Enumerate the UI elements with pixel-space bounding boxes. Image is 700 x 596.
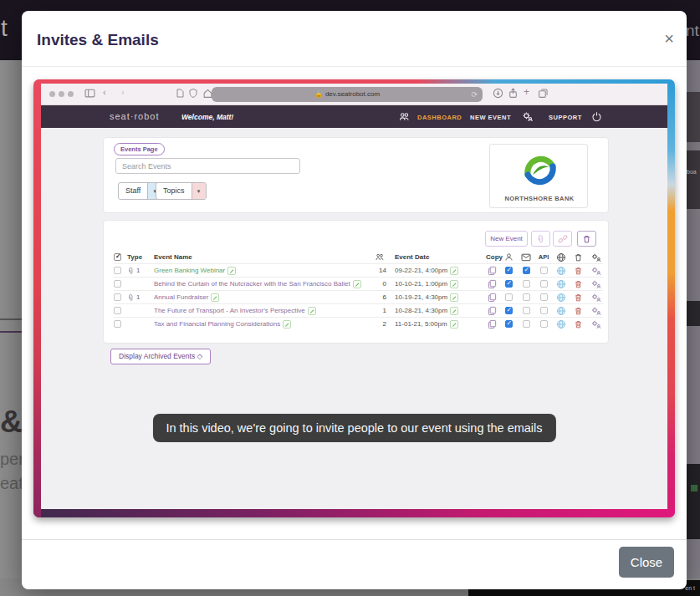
globe-button[interactable]	[554, 279, 568, 289]
copy-button[interactable]	[486, 279, 498, 289]
background-block	[687, 301, 700, 326]
edit-icon[interactable]	[283, 320, 291, 329]
api-toggle[interactable]	[537, 293, 550, 301]
invite-settings-button[interactable]	[588, 306, 603, 316]
copy-button[interactable]	[486, 306, 498, 316]
people-toggle[interactable]	[502, 280, 515, 288]
nav-dashboard[interactable]: DASHBOARD	[417, 114, 462, 121]
topics-filter[interactable]: Topics ▾	[156, 182, 207, 200]
table-row: 1 Green Banking Webinar 14 09-22-21, 4:0…	[114, 263, 603, 277]
users-icon	[399, 111, 410, 122]
video-caption: In this video, we're going to invite peo…	[152, 414, 555, 442]
app-logo[interactable]: seat·robot	[110, 111, 160, 121]
delete-button[interactable]	[572, 293, 584, 303]
row-checkbox[interactable]	[114, 320, 121, 328]
row-checkbox[interactable]	[114, 280, 121, 288]
tabs-icon[interactable]	[538, 88, 549, 99]
nav-new-event[interactable]: NEW EVENT	[470, 114, 511, 121]
delete-button[interactable]	[572, 306, 584, 316]
edit-icon[interactable]	[450, 307, 458, 315]
attach-button[interactable]	[531, 231, 550, 247]
delete-button[interactable]	[572, 279, 584, 289]
api-toggle[interactable]	[537, 280, 550, 288]
people-toggle[interactable]	[502, 267, 515, 274]
sidebar-icon[interactable]	[84, 88, 95, 99]
video-frame-gradient	[667, 79, 675, 517]
forward-icon[interactable]: ›	[121, 87, 125, 97]
settings-gear-icon[interactable]	[522, 111, 533, 122]
globe-button[interactable]	[554, 319, 568, 329]
invite-settings-button[interactable]	[588, 319, 603, 329]
edit-icon[interactable]	[227, 267, 236, 275]
people-toggle[interactable]	[502, 320, 515, 328]
close-button[interactable]: Close	[619, 547, 674, 578]
bulk-delete-button[interactable]	[577, 231, 596, 247]
reader-icon[interactable]	[175, 88, 185, 99]
people-toggle[interactable]	[502, 307, 515, 314]
edit-icon[interactable]	[450, 320, 458, 329]
power-icon[interactable]	[591, 111, 602, 122]
search-input[interactable]	[115, 158, 300, 174]
edit-icon[interactable]	[450, 280, 458, 288]
background-divider	[0, 331, 22, 333]
row-checkbox[interactable]	[114, 293, 121, 301]
copy-button[interactable]	[486, 266, 498, 276]
event-name-link[interactable]: The Future of Transport - An Investor's …	[154, 307, 305, 314]
api-toggle[interactable]	[537, 267, 550, 274]
edit-icon[interactable]	[353, 280, 361, 288]
event-name-link[interactable]: Green Banking Webinar	[154, 267, 225, 274]
background-block: boa	[687, 150, 700, 209]
new-tab-icon[interactable]: +	[524, 86, 529, 98]
email-toggle[interactable]	[519, 307, 533, 314]
email-toggle[interactable]	[519, 267, 533, 274]
download-icon[interactable]	[493, 88, 503, 99]
invite-settings-button[interactable]	[588, 293, 603, 303]
event-name-cell: Green Banking Webinar	[154, 267, 375, 275]
globe-button[interactable]	[554, 266, 568, 276]
table-header: Type Event Name Event Date Copy API	[114, 251, 603, 263]
refresh-icon[interactable]: ⟳	[471, 87, 478, 102]
edit-icon[interactable]	[211, 293, 219, 302]
email-toggle[interactable]	[519, 293, 533, 301]
shield-icon[interactable]	[188, 88, 198, 99]
edit-icon[interactable]	[308, 307, 316, 315]
copy-button[interactable]	[486, 293, 498, 303]
close-icon[interactable]: ×	[657, 28, 681, 51]
address-bar[interactable]: 🔒dev.seatrobot.com ⟳	[212, 87, 483, 102]
col-event-name: Event Name	[154, 253, 375, 261]
staff-filter-label: Staff	[119, 183, 147, 199]
attendees-icon	[375, 252, 386, 262]
edit-icon[interactable]	[450, 293, 458, 302]
row-checkbox[interactable]	[114, 307, 121, 314]
unlink-button[interactable]	[553, 231, 572, 247]
chevron-down-icon[interactable]: ▾	[192, 183, 206, 199]
api-toggle[interactable]	[537, 307, 550, 314]
share-icon[interactable]	[508, 88, 519, 99]
invite-settings-column-icon	[588, 252, 603, 262]
copy-button[interactable]	[486, 319, 498, 329]
video-player[interactable]: ‹ › 🔒dev.seatrobot.com ⟳	[33, 79, 675, 517]
email-toggle[interactable]	[519, 320, 533, 328]
trash-column-icon	[572, 252, 584, 262]
nav-support[interactable]: SUPPORT	[549, 114, 582, 121]
row-checkbox[interactable]	[114, 267, 121, 274]
edit-icon[interactable]	[450, 267, 458, 275]
delete-button[interactable]	[572, 319, 584, 329]
globe-button[interactable]	[554, 293, 568, 303]
api-toggle[interactable]	[537, 320, 550, 328]
event-name-link[interactable]: Annual Fundraiser	[154, 293, 208, 301]
event-date: 10-19-21, 4:30pm	[395, 293, 447, 301]
globe-button[interactable]	[554, 306, 568, 316]
people-toggle[interactable]	[502, 293, 515, 301]
invite-settings-button[interactable]	[588, 279, 603, 289]
new-event-button[interactable]: New Event	[485, 231, 528, 247]
invite-settings-button[interactable]	[588, 266, 603, 276]
email-toggle[interactable]	[519, 280, 533, 288]
back-icon[interactable]: ‹	[103, 87, 106, 97]
events-page-badge[interactable]: Events Page	[114, 143, 165, 155]
event-name-link[interactable]: Behind the Curtain of the Nutcracker wit…	[154, 280, 350, 288]
delete-button[interactable]	[572, 266, 584, 276]
event-name-link[interactable]: Tax and Financial Planning Consideration…	[154, 320, 280, 328]
display-archived-button[interactable]: Display Archived Events ◇	[110, 349, 211, 364]
select-all-checkbox[interactable]	[114, 253, 121, 261]
